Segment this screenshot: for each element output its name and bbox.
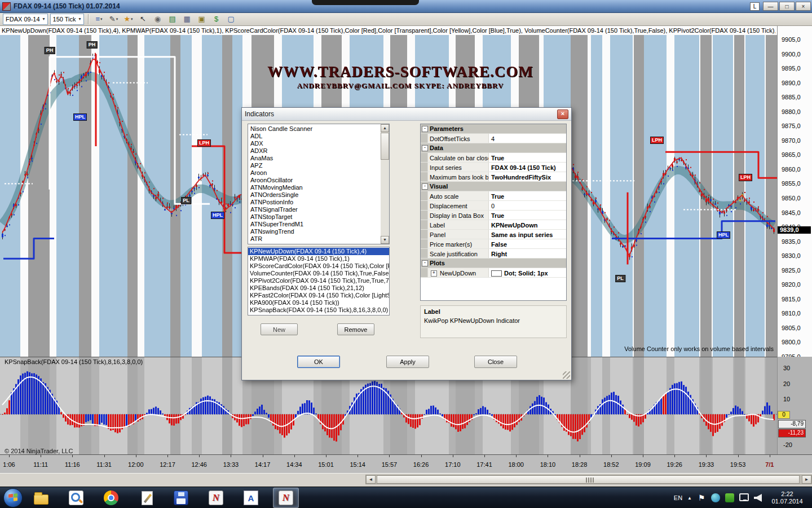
property-value[interactable]: FDAX 09-14 (150 Tick) bbox=[489, 163, 566, 172]
minimize-button[interactable]: — bbox=[763, 2, 778, 11]
remove-button[interactable]: Remove bbox=[337, 323, 374, 335]
new-button[interactable]: New bbox=[261, 323, 298, 335]
language-indicator[interactable]: EN bbox=[674, 494, 682, 501]
available-list-scrollbar[interactable]: ▲ ▼ bbox=[381, 124, 389, 244]
taskbar-clock[interactable]: 2:22 01.07.2014 bbox=[767, 491, 807, 505]
editor-icon[interactable] bbox=[133, 488, 159, 508]
selected-indicator-item[interactable]: KPPivot2Color(FDAX 09-14 (150 Tick),True… bbox=[248, 277, 389, 284]
explorer-icon[interactable] bbox=[28, 488, 54, 508]
indicators-icon[interactable]: ≡▾ bbox=[92, 13, 106, 25]
scroll-right-icon[interactable]: ► bbox=[802, 475, 811, 484]
tray-expand-icon[interactable]: ▲ bbox=[687, 496, 692, 501]
property-row[interactable]: +NewUpDownDot; Solid; 1px bbox=[421, 268, 566, 278]
cursor-icon[interactable]: ↖ bbox=[136, 13, 150, 25]
interval-selector[interactable]: 150 Tick ▾ bbox=[50, 14, 84, 25]
selected-indicator-item[interactable]: KPSnapBack(FDAX 09-14 (150 Tick),8,16,3,… bbox=[248, 306, 389, 314]
property-row[interactable]: Display in Data BoxTrue bbox=[421, 211, 566, 220]
selected-indicator-item[interactable]: KPEBands(FDAX 09-14 (150 Tick),21,12) bbox=[248, 284, 389, 292]
dollar-icon[interactable]: $ bbox=[210, 13, 223, 25]
ninjatrader-active-icon[interactable]: N bbox=[273, 488, 299, 508]
property-group-plots[interactable]: -Plots bbox=[421, 259, 566, 268]
property-value[interactable]: 0 bbox=[489, 201, 566, 210]
property-value[interactable]: Right bbox=[489, 249, 566, 258]
property-value[interactable]: True bbox=[489, 153, 566, 162]
selected-indicator-item[interactable]: KPA900(FDAX 09-14 (150 Tick)) bbox=[248, 299, 389, 306]
horizontal-scrollbar[interactable]: ◄ ► bbox=[365, 475, 812, 484]
property-value[interactable]: True bbox=[489, 191, 566, 200]
property-row[interactable]: PanelSame as input series bbox=[421, 230, 566, 239]
property-value[interactable]: KPNewUpDown bbox=[489, 220, 566, 229]
available-indicator-item[interactable]: ATNMovingMedian bbox=[249, 184, 380, 191]
document-icon[interactable]: A bbox=[238, 488, 264, 508]
oscillator-axis[interactable]: 302010-20 bbox=[777, 357, 812, 454]
selected-indicator-item[interactable]: VolumeCounter(FDAX 09-14 (150 Tick),True… bbox=[248, 270, 389, 277]
available-indicator-item[interactable]: AnaMas bbox=[249, 155, 380, 162]
property-value[interactable]: False bbox=[489, 239, 566, 248]
volume-icon[interactable] bbox=[754, 494, 762, 502]
snapshot-icon[interactable]: ◉ bbox=[151, 13, 165, 25]
property-group-parameters[interactable]: -Parameters bbox=[421, 124, 566, 134]
property-row[interactable]: DotOffsetTicks4 bbox=[421, 134, 566, 143]
available-indicator-item[interactable]: ATR bbox=[249, 235, 380, 243]
available-indicator-item[interactable]: ADX bbox=[249, 140, 380, 147]
property-row[interactable]: Calculate on bar closeTrue bbox=[421, 153, 566, 163]
selected-indicators-list[interactable]: KPNewUpDown(FDAX 09-14 (150 Tick),4)KPMW… bbox=[248, 247, 390, 316]
property-value[interactable]: TwoHundredFiftySix bbox=[489, 172, 566, 181]
price-axis[interactable]: 9905,09900,09895,09890,09885,09880,09875… bbox=[777, 26, 812, 357]
collapse-icon[interactable]: - bbox=[422, 183, 428, 190]
selected-indicator-item[interactable]: KPScoreCardColor(FDAX 09-14 (150 Tick),C… bbox=[248, 262, 389, 270]
save-icon[interactable] bbox=[168, 488, 194, 508]
scroll-down-icon[interactable]: ▼ bbox=[381, 236, 389, 244]
start-button[interactable] bbox=[3, 488, 23, 507]
property-group-data[interactable]: -Data bbox=[421, 143, 566, 153]
scroll-up-icon[interactable]: ▲ bbox=[381, 124, 389, 132]
ok-button[interactable]: OK bbox=[297, 356, 340, 368]
selected-indicator-item[interactable]: KPFast2Color(FDAX 09-14 (150 Tick),Color… bbox=[248, 292, 389, 299]
flag-icon[interactable]: ⚑ bbox=[697, 493, 706, 502]
available-indicator-item[interactable]: ATNPostionInfo bbox=[249, 199, 380, 206]
available-indicator-item[interactable]: Aroon bbox=[249, 169, 380, 177]
available-indicator-item[interactable]: ATNSuperTrendM1 bbox=[249, 221, 380, 228]
property-value[interactable]: True bbox=[489, 211, 566, 220]
available-indicator-item[interactable]: Nison Candle Scanner bbox=[249, 125, 380, 133]
draw-icon[interactable]: ✎▾ bbox=[107, 13, 121, 25]
scrollbar-thumb[interactable] bbox=[377, 475, 800, 484]
available-indicators-list[interactable]: Nison Candle ScannerADLADXADXRAnaMasAPZA… bbox=[248, 124, 390, 244]
available-indicator-item[interactable]: APZ bbox=[249, 162, 380, 169]
weather-icon[interactable] bbox=[711, 493, 720, 502]
property-grid[interactable]: -ParametersDotOffsetTicks4-DataCalculate… bbox=[420, 124, 567, 301]
selected-indicator-item[interactable]: KPMWAP(FDAX 09-14 (150 Tick),1) bbox=[248, 255, 389, 262]
instrument-selector[interactable]: FDAX 09-14 ▾ bbox=[3, 14, 48, 25]
grid-icon[interactable]: ▦ bbox=[180, 13, 194, 25]
dialog-titlebar[interactable]: Indicators × bbox=[242, 108, 571, 121]
property-value[interactable]: Same as input series bbox=[489, 230, 566, 239]
selected-indicator-item[interactable]: KPNewUpDown(FDAX 09-14 (150 Tick),4) bbox=[248, 248, 389, 255]
image-icon[interactable]: ▣ bbox=[195, 13, 209, 25]
dialog-close-icon[interactable]: × bbox=[557, 110, 568, 119]
expand-icon[interactable]: + bbox=[431, 270, 437, 277]
property-row[interactable]: Displacement0 bbox=[421, 201, 566, 211]
chrome-icon[interactable] bbox=[98, 488, 124, 508]
property-row[interactable]: Auto scaleTrue bbox=[421, 191, 566, 201]
scrollbar-thumb[interactable] bbox=[381, 133, 389, 160]
available-indicator-item[interactable]: ATNSignalTrader bbox=[249, 206, 380, 213]
property-row[interactable]: Scale justificationRight bbox=[421, 249, 566, 259]
strategy-icon[interactable]: ★▾ bbox=[122, 13, 135, 25]
available-indicator-item[interactable]: ADL bbox=[249, 133, 380, 140]
available-indicator-item[interactable]: ATNswingTrend bbox=[249, 228, 380, 235]
shield-icon[interactable] bbox=[725, 493, 734, 502]
collapse-icon[interactable]: - bbox=[422, 126, 428, 132]
available-indicator-item[interactable]: ATNOrdersSingle bbox=[249, 191, 380, 199]
property-row[interactable]: LabelKPNewUpDown bbox=[421, 220, 566, 230]
property-row[interactable]: Input seriesFDAX 09-14 (150 Tick) bbox=[421, 163, 566, 172]
available-indicator-item[interactable]: AroonOscillator bbox=[249, 177, 380, 184]
close-button[interactable]: × bbox=[796, 2, 811, 11]
window-icon[interactable]: ▢ bbox=[224, 13, 238, 25]
panel-layout-icon[interactable]: ▤ bbox=[166, 13, 179, 25]
collapse-icon[interactable]: - bbox=[422, 260, 428, 266]
language-button[interactable]: L bbox=[750, 2, 760, 11]
available-indicator-item[interactable]: ATNStopTarget bbox=[249, 213, 380, 221]
property-row[interactable]: Maximum bars look baTwoHundredFiftySix bbox=[421, 172, 566, 182]
property-value[interactable]: 4 bbox=[489, 134, 566, 143]
time-axis[interactable]: 1:0611:1111:1611:3112:0012:1712:4613:331… bbox=[0, 454, 812, 474]
